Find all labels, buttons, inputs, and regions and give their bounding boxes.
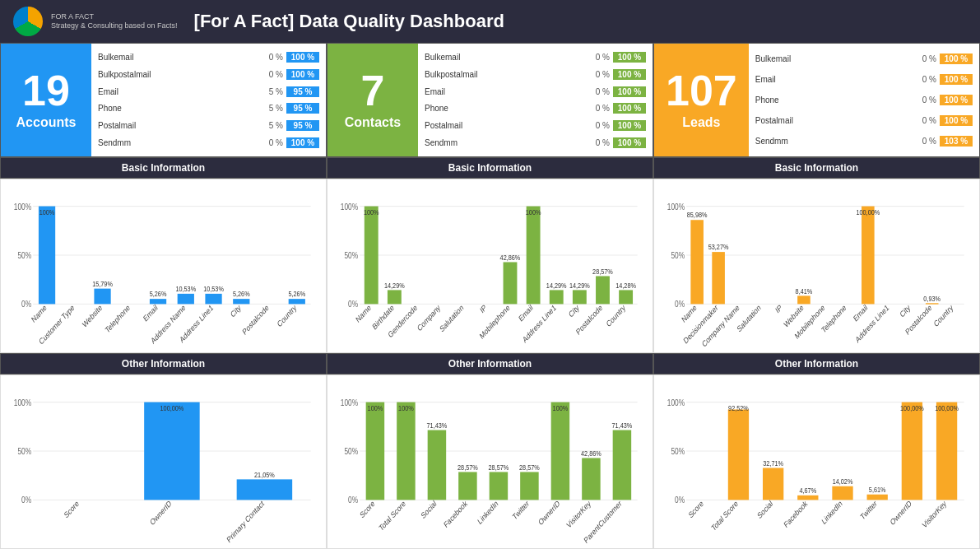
svg-text:28,57%: 28,57% — [489, 463, 509, 472]
svg-text:53,27%: 53,27% — [708, 242, 729, 251]
stat-row: Phone0 %100 % — [755, 95, 973, 105]
svg-text:100%: 100% — [526, 207, 541, 216]
chart-cell-leads-Basic_Information: Basic Information0%50%100%85,98%Name53,2… — [653, 157, 980, 353]
stat-row-label: Bulkpostalmail — [98, 70, 260, 79]
svg-rect-130 — [551, 402, 570, 500]
chart-cell-leads-Other_Information: Other Information0%50%100%Score92,52%Tot… — [653, 353, 980, 549]
svg-text:Postalcode: Postalcode — [241, 303, 270, 337]
svg-text:10,53%: 10,53% — [175, 284, 196, 293]
svg-text:5,26%: 5,26% — [233, 289, 250, 298]
svg-rect-17 — [178, 294, 194, 305]
svg-text:92,52%: 92,52% — [728, 403, 749, 412]
svg-text:50%: 50% — [344, 250, 358, 260]
svg-text:100%: 100% — [667, 398, 685, 407]
svg-text:Score: Score — [687, 499, 704, 520]
stat-row-pct: 0 % — [917, 116, 936, 125]
stat-row-badge: 100 % — [940, 54, 973, 64]
stat-row: Phone5 %95 % — [98, 103, 319, 114]
svg-text:50%: 50% — [671, 250, 685, 260]
svg-text:LinkedIn: LinkedIn — [820, 499, 843, 526]
company-logo — [13, 7, 43, 36]
svg-rect-6 — [39, 207, 55, 305]
svg-text:City: City — [568, 303, 581, 319]
stat-label-accounts: Accounts — [16, 115, 77, 130]
svg-text:IP: IP — [479, 303, 488, 315]
svg-text:14,29%: 14,29% — [384, 281, 405, 290]
svg-text:Country: Country — [932, 303, 954, 329]
stat-row-pct: 5 % — [263, 104, 283, 113]
svg-rect-133 — [582, 458, 601, 500]
stat-row-label: Postalmail — [425, 121, 587, 130]
svg-rect-27 — [289, 299, 305, 304]
svg-text:100%: 100% — [341, 202, 359, 212]
svg-text:28,57%: 28,57% — [519, 463, 540, 472]
svg-text:Total Score: Total Score — [710, 499, 739, 533]
stat-row-badge: 100 % — [286, 52, 319, 63]
stat-row: Postalmail0 %100 % — [755, 115, 973, 126]
section-header: Other Information — [653, 353, 980, 375]
stat-row-label: Postalmail — [98, 121, 260, 130]
svg-text:14,29%: 14,29% — [569, 281, 590, 290]
svg-text:85,98%: 85,98% — [687, 210, 708, 219]
stat-row-label: Bulkpostalmail — [425, 70, 587, 79]
stat-number-area-accounts: 19Accounts — [1, 44, 91, 156]
chart-panel-accounts: 0%50%100%Score100,00%OwnerID21,05%Primar… — [0, 375, 327, 549]
section-header: Basic Information — [653, 157, 980, 179]
stat-row-badge: 100 % — [613, 103, 646, 114]
svg-text:Salutation: Salutation — [439, 303, 465, 334]
stat-row-label: Bulkemail — [755, 54, 913, 63]
svg-text:14,28%: 14,28% — [615, 281, 636, 290]
svg-text:50%: 50% — [17, 250, 31, 260]
svg-text:28,57%: 28,57% — [457, 463, 478, 472]
svg-text:42,86%: 42,86% — [581, 449, 601, 458]
svg-rect-73 — [712, 252, 725, 304]
stat-row-badge: 100 % — [613, 137, 646, 148]
svg-text:Email: Email — [142, 303, 159, 323]
svg-rect-14 — [150, 299, 166, 304]
stat-rows-leads: Bulkemail0 %100 %Email0 %100 %Phone0 %10… — [749, 44, 979, 156]
svg-rect-58 — [596, 276, 610, 304]
stat-row-badge: 100 % — [940, 115, 973, 126]
stat-row: Bulkemail0 %100 % — [98, 52, 319, 63]
stat-row-label: Phone — [755, 95, 913, 105]
svg-text:42,86%: 42,86% — [500, 253, 521, 262]
svg-text:Email: Email — [852, 303, 868, 323]
svg-text:50%: 50% — [344, 446, 358, 456]
svg-text:City: City — [230, 303, 243, 319]
svg-text:71,43%: 71,43% — [612, 421, 633, 430]
svg-text:Email: Email — [518, 303, 534, 323]
stat-label-leads: Leads — [682, 115, 720, 130]
svg-text:100,00%: 100,00% — [160, 403, 184, 412]
section-header: Basic Information — [327, 157, 653, 179]
svg-rect-158 — [867, 495, 888, 500]
stat-row: Postalmail0 %100 % — [425, 120, 646, 131]
svg-rect-112 — [366, 402, 385, 500]
stat-row: Email5 %95 % — [98, 86, 319, 97]
stat-row-badge: 100 % — [286, 69, 319, 80]
svg-text:100%: 100% — [14, 398, 32, 407]
svg-text:Company: Company — [416, 303, 442, 333]
stat-row-badge: 100 % — [940, 95, 973, 105]
stat-row: Phone0 %100 % — [425, 103, 646, 114]
stat-row-pct: 0 % — [917, 54, 936, 63]
svg-text:100,00%: 100,00% — [900, 403, 924, 412]
stat-row-pct: 0 % — [263, 70, 283, 79]
svg-text:0%: 0% — [348, 495, 358, 505]
stat-row-pct: 0 % — [263, 53, 283, 62]
svg-text:32,71%: 32,71% — [763, 458, 783, 468]
svg-rect-118 — [428, 430, 447, 500]
company-name: FOR A FACT Strategy & Consulting based o… — [51, 12, 178, 30]
svg-text:15,79%: 15,79% — [92, 279, 113, 288]
svg-text:Salutation: Salutation — [736, 303, 762, 334]
svg-text:0%: 0% — [21, 495, 31, 505]
chart-cell-contacts-Basic_Information: Basic Information0%50%100%100%Name14,29%… — [327, 157, 653, 353]
stat-row: Sendmm0 %100 % — [425, 137, 646, 148]
stat-row-pct: 5 % — [263, 87, 283, 96]
stat-row-badge: 100 % — [286, 137, 319, 148]
stat-row-pct: 0 % — [590, 53, 610, 62]
svg-text:50%: 50% — [17, 446, 31, 456]
stat-row-pct: 0 % — [917, 75, 936, 84]
section-header: Basic Information — [0, 157, 327, 179]
svg-rect-146 — [728, 409, 749, 500]
stat-rows-accounts: Bulkemail0 %100 %Bulkpostalmail0 %100 %E… — [91, 44, 326, 156]
